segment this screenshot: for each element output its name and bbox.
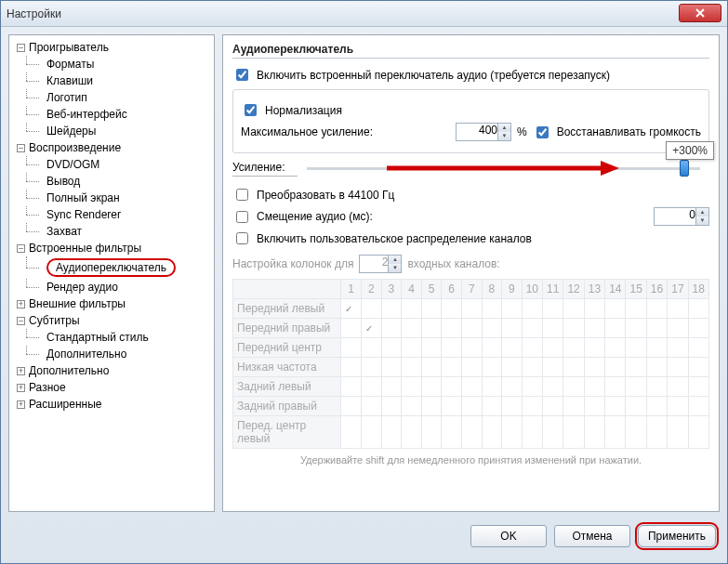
tree-item-7[interactable]: DVD/OGM: [9, 156, 214, 173]
ch-cell: [626, 377, 646, 397]
ch-cell: [688, 397, 708, 416]
tree-item-0[interactable]: –Проигрыватель: [9, 39, 214, 56]
ch-cell: [402, 416, 422, 449]
enable-switcher-label: Включить встроенный переключатель аудио …: [257, 69, 610, 82]
ch-cell: [442, 338, 462, 358]
tree-item-8[interactable]: Вывод: [9, 173, 214, 190]
custommap-checkbox[interactable]: [236, 232, 248, 244]
tree-toggle-icon[interactable]: +: [17, 300, 25, 308]
tree-item-15[interactable]: +Внешние фильтры: [9, 295, 214, 312]
tree-item-20[interactable]: +Разное: [9, 379, 214, 396]
ch-col-head: 4: [402, 280, 422, 299]
tree-item-17[interactable]: Стандартный стиль: [9, 329, 214, 346]
tree-item-1[interactable]: Форматы: [9, 56, 214, 72]
apply-button[interactable]: Применить: [638, 525, 716, 547]
ch-cell: [421, 416, 442, 449]
tree-label: Рендер аудио: [46, 281, 118, 294]
channel-matrix: 123456789101112131415161718Передний левы…: [232, 279, 709, 449]
tree-toggle-icon[interactable]: –: [17, 144, 25, 152]
ch-col-head: 12: [563, 280, 584, 299]
normalize-checkbox[interactable]: [245, 104, 257, 116]
tree-toggle-icon[interactable]: –: [17, 244, 25, 253]
ch-cell: [341, 358, 362, 377]
ch-cell: [502, 416, 523, 449]
tree-toggle-icon[interactable]: –: [17, 317, 25, 325]
tree-item-19[interactable]: +Дополнительно: [9, 362, 214, 379]
ch-cell: [668, 397, 688, 416]
tree-item-10[interactable]: Sync Renderer: [9, 206, 214, 223]
restore-volume-checkbox[interactable]: [536, 126, 549, 138]
tree-toggle-icon[interactable]: +: [17, 384, 25, 392]
maxgain-input[interactable]: 400 ▲▼: [456, 123, 511, 141]
ch-col-head: 2: [361, 280, 381, 299]
tree-label: Субтитры: [29, 314, 80, 327]
tree-item-5[interactable]: Шейдеры: [9, 123, 214, 139]
tree-toggle-icon[interactable]: +: [17, 400, 25, 409]
tree-label: Внешние фильтры: [29, 297, 126, 310]
ch-cell: [563, 299, 584, 319]
tree-item-4[interactable]: Веб-интерфейс: [9, 106, 214, 123]
tree-item-2[interactable]: Клавиши: [9, 72, 214, 89]
enable-switcher-checkbox[interactable]: [236, 69, 248, 81]
ch-cell: [688, 358, 708, 377]
tree-item-14[interactable]: Рендер аудио: [9, 279, 214, 295]
ch-col-head: 5: [421, 280, 442, 299]
close-button[interactable]: [679, 4, 721, 22]
ch-col-head: 17: [668, 280, 688, 299]
gain-slider-thumb[interactable]: [680, 160, 689, 177]
normalize-label: Нормализация: [265, 104, 342, 117]
ch-cell: [646, 358, 667, 377]
tree-item-3[interactable]: Логотип: [9, 89, 214, 106]
gain-row: Усиление: +300%: [232, 161, 709, 177]
cancel-button[interactable]: Отмена: [554, 525, 630, 547]
ch-cell: [543, 416, 563, 449]
ch-cell: [605, 358, 626, 377]
ch-cell: [442, 358, 462, 377]
ok-button[interactable]: OK: [470, 525, 547, 547]
ch-cell: [543, 319, 563, 338]
ch-cell: [341, 397, 362, 416]
ch-col-head: 18: [688, 280, 708, 299]
tree-item-9[interactable]: Полный экран: [9, 190, 214, 206]
ch-cell: [626, 319, 646, 338]
ch-col-head: 16: [646, 280, 667, 299]
ch-cell: [482, 338, 502, 358]
ch-row-head: Задний правый: [233, 397, 341, 416]
ch-cell: [482, 358, 502, 377]
tree-item-12[interactable]: –Встроенные фильтры: [9, 240, 214, 256]
tree-label: Веб-интерфейс: [46, 108, 127, 121]
speakerconf-spinner: ▲▼: [388, 256, 401, 272]
ch-cell: [522, 416, 542, 449]
ch-cell: [461, 338, 482, 358]
audioshift-checkbox[interactable]: [236, 211, 248, 223]
tree-toggle-icon[interactable]: –: [17, 44, 25, 52]
check-icon: ✓: [365, 323, 373, 334]
ch-cell: [688, 319, 708, 338]
ch-cell: [341, 338, 362, 358]
ch-cell: [482, 397, 502, 416]
speakerconf-input: 2 ▲▼: [359, 255, 402, 273]
tree-item-16[interactable]: –Субтитры: [9, 312, 214, 329]
audioshift-input[interactable]: 0 ▲▼: [654, 207, 709, 226]
tree-item-6[interactable]: –Воспроизведение: [9, 139, 214, 156]
maxgain-spinner[interactable]: ▲▼: [497, 124, 510, 140]
gain-slider[interactable]: +300%: [307, 167, 700, 170]
ch-cell: [402, 319, 422, 338]
downsample-checkbox[interactable]: [236, 189, 248, 201]
audioshift-label: Смещение аудио (мс):: [257, 210, 648, 223]
ch-col-head: 1: [341, 280, 362, 299]
ch-cell: [522, 358, 542, 377]
ch-cell: [522, 377, 542, 397]
tree-item-18[interactable]: Дополнительно: [9, 346, 214, 362]
audioshift-spinner[interactable]: ▲▼: [695, 208, 708, 225]
ch-cell: [341, 416, 362, 449]
ch-cell: [605, 299, 626, 319]
ch-row-head: Задний левый: [233, 377, 341, 397]
ch-cell: [442, 377, 462, 397]
tree-item-13[interactable]: Аудиопереключатель: [9, 256, 214, 279]
tree-toggle-icon[interactable]: +: [17, 367, 25, 375]
tree-item-11[interactable]: Захват: [9, 223, 214, 240]
tree-item-21[interactable]: +Расширенные: [9, 396, 214, 413]
nav-tree[interactable]: –ПроигрывательФорматыКлавишиЛоготипВеб-и…: [8, 34, 215, 512]
maxgain-label: Максимальное усиление:: [241, 125, 373, 138]
